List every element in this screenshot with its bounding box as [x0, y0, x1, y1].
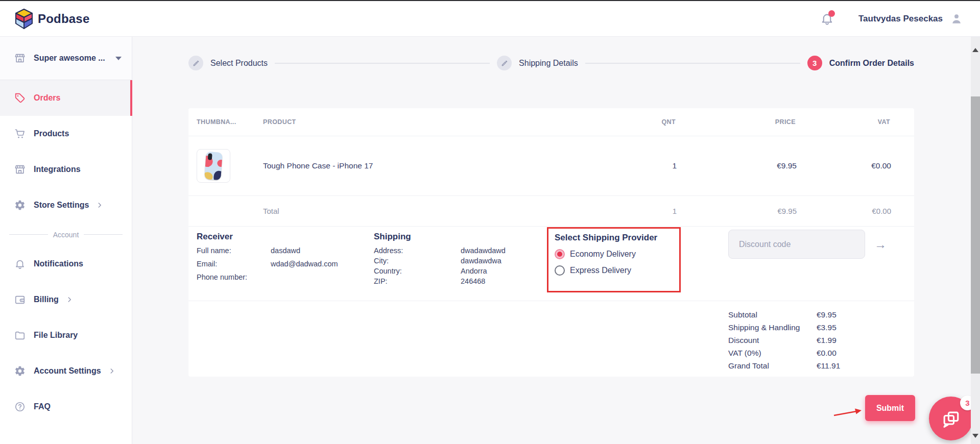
step-label: Shipping Details — [519, 59, 578, 68]
total-vat: €0.00 — [797, 207, 891, 215]
table-row: Tough Phone Case - iPhone 17 1 €9.95 €0.… — [188, 136, 914, 196]
totals-label: Grand Total — [728, 359, 817, 372]
totals-value: €1.99 — [817, 334, 836, 347]
order-totals: Subtotal €9.95 Shipping & Handling €3.95… — [728, 308, 840, 372]
phone-case-image — [204, 152, 223, 180]
totals-value: €11.91 — [817, 359, 840, 372]
field-value: dwadawdawd — [461, 246, 506, 255]
chevron-right-icon — [66, 296, 73, 303]
tag-icon — [14, 92, 26, 104]
col-header-price: PRICE — [677, 118, 797, 126]
user-name[interactable]: Tautvydas Peseckas — [858, 14, 943, 24]
field-label: Country: — [374, 267, 461, 275]
sidebar-item-file-library[interactable]: File Library — [0, 317, 132, 353]
sidebar-item-notifications[interactable]: Notifications — [0, 246, 132, 282]
sidebar-item-products[interactable]: Products — [0, 116, 132, 152]
chat-widget-button[interactable]: 3 — [929, 397, 973, 440]
sidebar: Super awesome ... Orders Products — [0, 37, 132, 444]
scrollbar-thumb[interactable] — [971, 96, 980, 374]
step-connector — [585, 63, 800, 64]
col-header-qnt: QNT — [618, 118, 677, 126]
vertical-scrollbar[interactable] — [971, 37, 980, 444]
radio-button-unselected[interactable] — [555, 265, 565, 276]
col-header-product: PRODUCT — [263, 118, 618, 126]
totals-label: VAT (0%) — [728, 347, 817, 359]
receiver-field: Email: wdad@dadwad.com — [197, 260, 365, 268]
radio-label: Economy Delivery — [570, 250, 636, 259]
account-section-label: Account — [53, 231, 79, 239]
step-select-products[interactable]: Select Products — [188, 56, 268, 70]
user-avatar-icon[interactable] — [950, 12, 963, 26]
field-label: Full name: — [197, 246, 271, 255]
brand-name: Podbase — [38, 12, 89, 26]
gear-icon — [14, 200, 26, 211]
radio-button-selected[interactable] — [555, 249, 565, 259]
product-price: €9.95 — [677, 161, 797, 170]
scroll-down-arrow-icon[interactable] — [972, 434, 978, 438]
scroll-up-arrow-icon[interactable] — [972, 48, 978, 52]
sidebar-item-label: Account Settings — [34, 366, 101, 376]
sidebar-item-billing[interactable]: Billing — [0, 282, 132, 317]
sidebar-item-label: File Library — [34, 331, 78, 340]
notifications-bell-icon[interactable] — [820, 12, 834, 26]
radio-label: Express Delivery — [570, 266, 631, 275]
field-value: wdad@dadwad.com — [271, 260, 338, 268]
field-label: Phone number: — [197, 273, 271, 281]
totals-row: Grand Total €11.91 — [728, 359, 840, 372]
totals-label: Shipping & Handling — [728, 321, 817, 334]
totals-label: Discount — [728, 334, 817, 347]
shipping-title: Shipping — [374, 232, 537, 242]
step-label: Confirm Order Details — [829, 59, 914, 68]
step-shipping-details[interactable]: Shipping Details — [497, 56, 578, 70]
totals-row: VAT (0%) €0.00 — [728, 347, 840, 359]
radio-express-delivery[interactable]: Express Delivery — [555, 265, 673, 276]
annotation-arrow-icon — [833, 407, 863, 418]
gear-icon — [14, 365, 26, 377]
app-header: Podbase Tautvydas Peseckas — [0, 1, 980, 37]
total-label: Total — [263, 207, 618, 215]
field-label: ZIP: — [374, 277, 461, 285]
storefront-icon — [14, 164, 26, 175]
pencil-icon — [497, 56, 512, 70]
sidebar-item-faq[interactable]: FAQ — [0, 389, 132, 425]
field-value: 246468 — [461, 277, 485, 285]
sidebar-item-label: Billing — [34, 295, 59, 304]
product-vat: €0.00 — [797, 161, 891, 170]
shipping-provider-title: Select Shipping Provider — [555, 233, 673, 243]
product-name: Tough Phone Case - iPhone 17 — [263, 161, 618, 170]
sidebar-item-account-settings[interactable]: Account Settings — [0, 353, 132, 389]
sidebar-item-integrations[interactable]: Integrations — [0, 152, 132, 187]
field-label: Email: — [197, 260, 271, 268]
cart-icon — [14, 128, 26, 139]
field-label: City: — [374, 257, 461, 265]
field-value: dawdawdwa — [461, 257, 501, 265]
totals-value: €0.00 — [817, 347, 836, 359]
sidebar-item-store-settings[interactable]: Store Settings — [0, 187, 132, 223]
apply-discount-arrow-icon[interactable]: → — [874, 237, 887, 252]
shipping-field: Country: Andorra — [374, 267, 537, 275]
sidebar-item-orders[interactable]: Orders — [0, 80, 132, 116]
store-selector[interactable]: Super awesome ... — [0, 37, 132, 80]
folder-icon — [14, 330, 26, 341]
discount-code-area: → — [728, 230, 887, 259]
discount-code-input[interactable] — [728, 230, 865, 259]
step-number-badge: 3 — [807, 56, 822, 70]
col-header-vat: VAT — [797, 118, 891, 126]
receiver-field: Full name: dasdawd — [197, 246, 365, 255]
store-selector-label: Super awesome ... — [34, 54, 112, 63]
submit-button[interactable]: Submit — [865, 395, 915, 421]
radio-economy-delivery[interactable]: Economy Delivery — [555, 249, 673, 259]
step-confirm-order-details[interactable]: 3 Confirm Order Details — [807, 56, 914, 70]
podbase-logo-icon — [15, 9, 33, 29]
totals-row: Shipping & Handling €3.95 — [728, 321, 840, 334]
brand[interactable]: Podbase — [15, 9, 89, 29]
shipping-field: Address: dwadawdawd — [374, 246, 537, 255]
totals-value: €3.95 — [817, 321, 836, 334]
totals-row: Subtotal €9.95 — [728, 308, 840, 321]
receiver-field: Phone number: — [197, 273, 365, 281]
totals-value: €9.95 — [817, 308, 836, 321]
step-connector — [275, 63, 490, 64]
product-thumbnail[interactable] — [197, 149, 230, 183]
question-circle-icon — [14, 401, 26, 412]
product-qnt: 1 — [618, 161, 677, 170]
